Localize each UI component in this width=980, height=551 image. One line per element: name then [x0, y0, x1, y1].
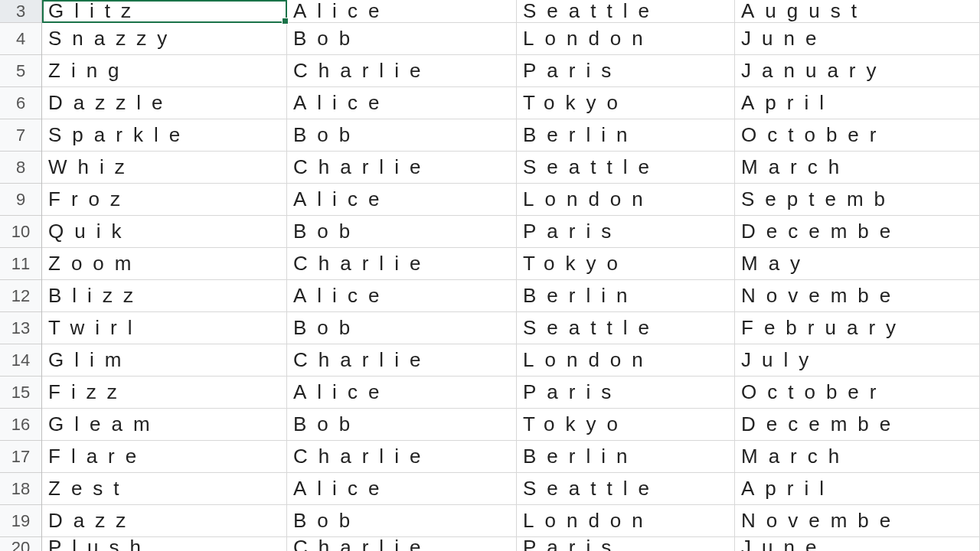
- table-row: Twirl Bob Seattle February: [42, 312, 980, 344]
- cell[interactable]: Septemb: [735, 184, 980, 215]
- row-header-column: 3 4 5 6 7 8 9 10 11 12 13 14 15 16 17 18…: [0, 0, 42, 551]
- cell[interactable]: Seattle: [517, 0, 735, 22]
- cell[interactable]: Blizz: [42, 280, 287, 311]
- cell[interactable]: Sparkle: [42, 119, 287, 151]
- row-header[interactable]: 8: [0, 152, 41, 184]
- cell[interactable]: June: [735, 23, 980, 54]
- cell[interactable]: Alice: [287, 87, 517, 119]
- cell[interactable]: Seattle: [517, 473, 735, 504]
- cell[interactable]: Dazzle: [42, 87, 287, 119]
- cell[interactable]: Quik: [42, 216, 287, 247]
- row-header[interactable]: 20: [0, 537, 41, 551]
- cell[interactable]: Glitz: [42, 0, 287, 22]
- row-header[interactable]: 17: [0, 441, 41, 473]
- cell[interactable]: Charlie: [287, 344, 517, 376]
- cell[interactable]: Flare: [42, 441, 287, 472]
- row-header[interactable]: 9: [0, 184, 41, 216]
- row-header[interactable]: 10: [0, 216, 41, 248]
- cell[interactable]: Paris: [517, 216, 735, 247]
- cell[interactable]: Tokyo: [517, 248, 735, 279]
- cell[interactable]: Seattle: [517, 152, 735, 183]
- cell[interactable]: Decembe: [735, 216, 980, 247]
- cell[interactable]: July: [735, 344, 980, 376]
- cell[interactable]: March: [735, 152, 980, 183]
- row-header[interactable]: 5: [0, 55, 41, 87]
- cell[interactable]: Alice: [287, 473, 517, 504]
- cell[interactable]: Paris: [517, 377, 735, 408]
- cell[interactable]: Glim: [42, 344, 287, 376]
- cell[interactable]: Paris: [517, 537, 735, 551]
- cell[interactable]: Gleam: [42, 409, 287, 440]
- cell[interactable]: Whiz: [42, 152, 287, 183]
- cell[interactable]: Berlin: [517, 119, 735, 151]
- table-row: Snazzy Bob London June: [42, 23, 980, 55]
- cell[interactable]: February: [735, 312, 980, 344]
- table-row: Blizz Alice Berlin Novembe: [42, 280, 980, 312]
- cell[interactable]: Novembe: [735, 505, 980, 536]
- cell[interactable]: August: [735, 0, 980, 22]
- cell[interactable]: January: [735, 55, 980, 86]
- row-header[interactable]: 12: [0, 280, 41, 312]
- cell[interactable]: Tokyo: [517, 87, 735, 119]
- cell[interactable]: London: [517, 505, 735, 536]
- cell[interactable]: Bob: [287, 23, 517, 54]
- cell[interactable]: Bob: [287, 409, 517, 440]
- cell[interactable]: Seattle: [517, 312, 735, 344]
- cell[interactable]: Charlie: [287, 152, 517, 183]
- cell[interactable]: Dazz: [42, 505, 287, 536]
- row-header[interactable]: 4: [0, 23, 41, 55]
- row-header[interactable]: 14: [0, 344, 41, 377]
- cell[interactable]: Zing: [42, 55, 287, 86]
- table-row: Plush Charlie Paris June: [42, 537, 980, 551]
- cell[interactable]: Bob: [287, 119, 517, 151]
- spreadsheet-grid[interactable]: 3 4 5 6 7 8 9 10 11 12 13 14 15 16 17 18…: [0, 0, 980, 551]
- cell[interactable]: Novembe: [735, 280, 980, 311]
- cell[interactable]: March: [735, 441, 980, 472]
- row-header[interactable]: 18: [0, 473, 41, 505]
- cell[interactable]: Alice: [287, 377, 517, 408]
- cell[interactable]: Alice: [287, 280, 517, 311]
- cell[interactable]: Plush: [42, 537, 287, 551]
- row-header[interactable]: 3: [0, 0, 41, 23]
- cell[interactable]: Charlie: [287, 537, 517, 551]
- table-row: Dazz Bob London Novembe: [42, 505, 980, 537]
- cell[interactable]: May: [735, 248, 980, 279]
- cell[interactable]: Zest: [42, 473, 287, 504]
- cell[interactable]: Bob: [287, 505, 517, 536]
- cell[interactable]: London: [517, 344, 735, 376]
- cell[interactable]: Berlin: [517, 280, 735, 311]
- cell[interactable]: October: [735, 377, 980, 408]
- cell[interactable]: Froz: [42, 184, 287, 215]
- row-header[interactable]: 16: [0, 409, 41, 441]
- cell[interactable]: Alice: [287, 0, 517, 22]
- row-header[interactable]: 15: [0, 377, 41, 409]
- row-header[interactable]: 7: [0, 119, 41, 152]
- cell[interactable]: Charlie: [287, 55, 517, 86]
- cell[interactable]: Twirl: [42, 312, 287, 344]
- cell[interactable]: Alice: [287, 184, 517, 215]
- cell[interactable]: London: [517, 184, 735, 215]
- cell[interactable]: Charlie: [287, 441, 517, 472]
- table-row: Zest Alice Seattle April: [42, 473, 980, 505]
- table-row: Zing Charlie Paris January: [42, 55, 980, 87]
- cell[interactable]: London: [517, 23, 735, 54]
- cell[interactable]: Tokyo: [517, 409, 735, 440]
- cell[interactable]: Decembe: [735, 409, 980, 440]
- cell[interactable]: Bob: [287, 216, 517, 247]
- cell[interactable]: October: [735, 119, 980, 151]
- cell[interactable]: Fizz: [42, 377, 287, 408]
- table-row: Whiz Charlie Seattle March: [42, 152, 980, 184]
- cell[interactable]: April: [735, 473, 980, 504]
- row-header[interactable]: 19: [0, 505, 41, 537]
- row-header[interactable]: 6: [0, 87, 41, 119]
- cell[interactable]: Snazzy: [42, 23, 287, 54]
- cell[interactable]: Bob: [287, 312, 517, 344]
- cell[interactable]: June: [735, 537, 980, 551]
- cell[interactable]: Berlin: [517, 441, 735, 472]
- cell[interactable]: Charlie: [287, 248, 517, 279]
- row-header[interactable]: 11: [0, 248, 41, 280]
- cell[interactable]: Zoom: [42, 248, 287, 279]
- row-header[interactable]: 13: [0, 312, 41, 344]
- cell[interactable]: Paris: [517, 55, 735, 86]
- cell[interactable]: April: [735, 87, 980, 119]
